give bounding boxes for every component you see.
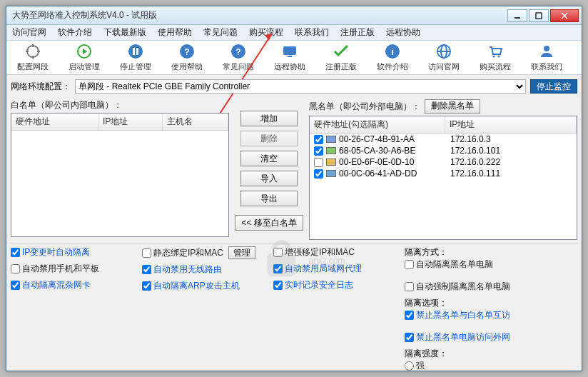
svg-point-3: [128, 44, 143, 59]
delete-button[interactable]: 删除: [240, 131, 298, 146]
svg-point-16: [493, 56, 495, 58]
content: 网络环境配置： 单网段 - Realtek PCIe GBE Family Co…: [6, 75, 582, 371]
row-check[interactable]: [314, 135, 323, 144]
option-check[interactable]: 静态绑定IP和MAC 管理: [142, 246, 263, 259]
tool-contact[interactable]: 联系我们: [524, 42, 569, 74]
row-check[interactable]: [314, 169, 323, 179]
about-icon: i: [384, 43, 401, 60]
blacklist-row[interactable]: 00-0C-06-41-AD-DD172.16.0.111: [310, 168, 577, 179]
option-check[interactable]: IP变更时自动隔离: [11, 246, 132, 258]
blacklist-row[interactable]: 00-E0-6F-0E-0D-10172.16.0.222: [310, 156, 577, 168]
whitelist-label: 白名单（即公司内部电脑）：: [11, 99, 229, 111]
tool-start-mgmt[interactable]: 启动管理: [62, 42, 106, 74]
delete-blacklist-button[interactable]: 删除黑名单: [425, 99, 480, 114]
device-icon: [326, 159, 336, 166]
whitelist-box: 硬件地址 IP地址 主机名: [11, 113, 229, 237]
menu-5[interactable]: 购买流程: [243, 25, 289, 40]
iso-s1[interactable]: 强: [405, 360, 577, 371]
svg-text:i: i: [391, 47, 393, 57]
import-button[interactable]: 导入: [240, 171, 298, 186]
menu-3[interactable]: 使用帮助: [152, 25, 198, 40]
row-check[interactable]: [314, 146, 323, 156]
menu-0[interactable]: 访问官网: [6, 25, 52, 40]
iso-m2[interactable]: 自动强制隔离黑名单电脑: [405, 281, 577, 293]
tool-stop-mgmt[interactable]: 停止管理: [113, 42, 158, 74]
start-mgmt-icon: [76, 43, 93, 60]
netcfg-label: 网络环境配置：: [11, 81, 71, 93]
svg-rect-5: [136, 48, 138, 55]
blacklist-label: 黑名单（即公司外部电脑）：: [309, 101, 420, 113]
svg-point-1: [27, 46, 39, 57]
iso-m1[interactable]: 自动隔离黑名单电脑: [405, 258, 577, 271]
close-button[interactable]: [550, 9, 579, 22]
svg-rect-10: [283, 46, 296, 55]
iso-o1[interactable]: 禁止黑名单与白名单互访: [405, 309, 577, 321]
svg-text:?: ?: [235, 47, 240, 57]
minimize-button[interactable]: [507, 9, 527, 22]
device-icon: [326, 170, 336, 177]
manage-button[interactable]: 管理: [228, 246, 255, 259]
svg-rect-11: [288, 56, 292, 57]
app-window: 大势至网络准入控制系统V4.0 - 试用版 访问官网软件介绍下载最新版使用帮助常…: [6, 6, 582, 371]
titlebar: 大势至网络准入控制系统V4.0 - 试用版: [6, 6, 582, 25]
svg-rect-0: [536, 13, 542, 19]
option-check[interactable]: 自动隔离混杂网卡: [11, 279, 132, 291]
menu-6[interactable]: 联系我们: [289, 25, 335, 40]
maximize-button[interactable]: [529, 9, 549, 22]
device-icon: [326, 136, 336, 143]
svg-point-18: [544, 46, 549, 51]
menu-4[interactable]: 常见问题: [198, 25, 243, 40]
add-button[interactable]: 增加: [240, 111, 298, 126]
menu-7[interactable]: 注册正版: [335, 25, 380, 40]
faq-icon: ?: [230, 43, 247, 60]
export-button[interactable]: 导出: [240, 191, 298, 206]
move-to-whitelist-button[interactable]: << 移至白名单: [235, 215, 303, 231]
tool-config-net[interactable]: 配置网段: [11, 42, 55, 74]
blacklist-row[interactable]: 68-05-CA-30-A6-BE172.16.0.101: [310, 145, 577, 156]
menubar: 访问官网软件介绍下载最新版使用帮助常见问题购买流程联系我们注册正版远程协助: [6, 25, 582, 41]
blacklist-row[interactable]: 00-26-C7-4B-91-AA172.16.0.3: [310, 134, 577, 145]
maximize-icon: [535, 12, 542, 19]
minimize-icon: [514, 12, 521, 19]
menu-2[interactable]: 下载最新版: [98, 25, 152, 40]
option-check[interactable]: 自动禁用无线路由: [142, 263, 263, 276]
option-check[interactable]: 自动禁用手机和平板: [11, 263, 132, 275]
window-title: 大势至网络准入控制系统V4.0 - 试用版: [9, 9, 506, 21]
menu-1[interactable]: 软件介绍: [52, 25, 98, 40]
menu-8[interactable]: 远程协助: [380, 25, 426, 40]
svg-point-17: [498, 56, 500, 58]
col-bl-hw[interactable]: 硬件地址(勾选隔离): [310, 116, 445, 133]
tool-register[interactable]: 注册正版: [319, 42, 363, 74]
stop-monitor-button[interactable]: 停止监控: [530, 79, 577, 94]
option-check[interactable]: 增强移定IP和MAC: [273, 246, 395, 258]
tool-remote[interactable]: 远程协助: [268, 42, 312, 74]
netcfg-select[interactable]: 单网段 - Realtek PCIe GBE Family Controller: [75, 79, 526, 94]
col-ip[interactable]: IP地址: [98, 114, 163, 130]
blacklist-box: 硬件地址(勾选隔离) IP地址 00-26-C7-4B-91-AA172.16.…: [309, 116, 577, 240]
option-check[interactable]: 实时记录安全日志: [273, 279, 395, 291]
svg-text:?: ?: [184, 47, 189, 57]
col-hw[interactable]: 硬件地址: [11, 114, 98, 130]
col-bl-ip[interactable]: IP地址: [445, 116, 577, 133]
row-check[interactable]: [314, 158, 323, 167]
iso-o2[interactable]: 禁止黑名单电脑访问外网: [405, 331, 577, 343]
col-host[interactable]: 主机名: [163, 114, 228, 130]
device-icon: [326, 147, 336, 154]
tool-help[interactable]: ?使用帮助: [165, 42, 209, 74]
tool-buy[interactable]: 购买流程: [473, 42, 517, 74]
website-icon: [435, 43, 452, 60]
tool-website[interactable]: 访问官网: [422, 42, 466, 74]
tool-faq[interactable]: ?常见问题: [216, 42, 260, 74]
option-check[interactable]: 自动隔离ARP攻击主机: [142, 280, 263, 292]
register-icon: [333, 43, 350, 60]
stop-mgmt-icon: [127, 43, 144, 60]
svg-rect-4: [133, 48, 135, 55]
config-net-icon: [24, 43, 41, 60]
contact-icon: [538, 43, 555, 60]
tool-about[interactable]: i软件介绍: [370, 42, 415, 74]
clear-button[interactable]: 清空: [240, 151, 298, 166]
close-icon: [561, 12, 568, 19]
option-check[interactable]: 自动禁用局域网代理: [273, 263, 395, 275]
toolbar: 配置网段启动管理停止管理?使用帮助?常见问题远程协助注册正版i软件介绍访问官网购…: [6, 41, 582, 75]
remote-icon: [281, 43, 298, 60]
